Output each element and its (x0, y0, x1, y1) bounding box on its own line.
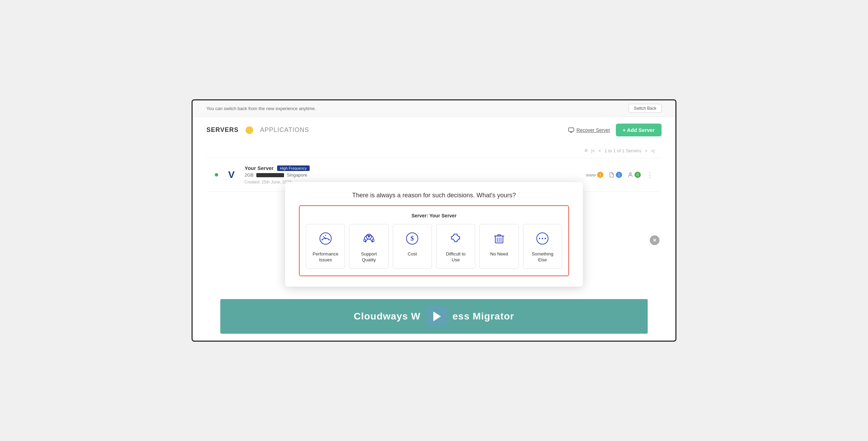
reason-noneed[interactable]: No Need (479, 224, 519, 269)
svg-point-1 (629, 173, 631, 174)
server-name: Your Server (245, 165, 274, 171)
header-actions: Recover Server + Add Server (568, 124, 662, 136)
svg-point-4 (325, 238, 326, 239)
last-page-icon[interactable]: >| (651, 148, 655, 153)
files-count: 1 (616, 172, 622, 178)
nav-applications[interactable]: APPLICATIONS (260, 126, 309, 134)
server-list-toolbar: ≡ |< < 1 to 1 of 1 Servers > >| (206, 143, 662, 158)
prev-page-icon[interactable]: < (599, 148, 601, 153)
outer-frame: You can switch back from the new experie… (192, 99, 676, 342)
nav-dot-icon (246, 126, 253, 134)
close-button[interactable]: ✕ (650, 235, 659, 245)
first-page-icon[interactable]: |< (591, 148, 595, 153)
reason-performance[interactable]: PerformanceIssues (306, 224, 345, 269)
users-count: 0 (635, 172, 641, 178)
www-label: www (586, 172, 596, 178)
high-freq-badge: High Frequency (277, 165, 310, 171)
noneed-label: No Need (490, 251, 508, 257)
server-vultr-icon: V (225, 169, 238, 181)
server-location: Singapore (287, 172, 307, 178)
server-status-dot (215, 173, 218, 177)
dollar-icon: $ (404, 230, 421, 247)
reason-difficult[interactable]: Difficult toUse (436, 224, 475, 269)
server-ram: 2GB (245, 172, 254, 178)
promo-text-left: Cloudways W (354, 311, 420, 322)
top-banner: You can switch back from the new experie… (193, 100, 675, 117)
server-info: Your Server High Frequency 2GB Singapore… (245, 165, 579, 184)
svg-rect-0 (569, 128, 574, 132)
files-icon (609, 172, 614, 178)
server-specs: 2GB Singapore (245, 172, 579, 178)
pagination-info: 1 to 1 of 1 Servers (604, 148, 641, 153)
difficult-label: Difficult toUse (446, 251, 466, 263)
recover-icon (568, 127, 574, 133)
speedometer-icon (317, 230, 334, 247)
switch-back-button[interactable]: Switch Back (629, 104, 662, 113)
promo-banner: Cloudways W ess Migrator (220, 299, 648, 334)
svg-point-20 (542, 238, 543, 239)
header-nav: SERVERS APPLICATIONS (206, 126, 309, 134)
reason-support[interactable]: SupportQuality (349, 224, 388, 269)
recover-server-button[interactable]: Recover Server (568, 127, 610, 133)
modal-server-box: Server: Your Server (299, 205, 569, 277)
modal-server-name: Server: Your Server (306, 213, 562, 218)
banner-text: You can switch back from the new experie… (206, 106, 316, 111)
reason-else[interactable]: SomethingElse (523, 224, 562, 269)
modal-question: There is always a reason for such decisi… (299, 192, 569, 199)
users-badge: 0 (628, 172, 641, 178)
support-label: SupportQuality (361, 251, 377, 263)
reason-cost[interactable]: $ Cost (393, 224, 432, 269)
filter-icon: ≡ (584, 147, 587, 154)
server-ip-redacted (256, 173, 284, 177)
svg-point-21 (545, 238, 546, 239)
performance-label: PerformanceIssues (312, 251, 338, 263)
www-badge: www 1 (586, 172, 603, 178)
promo-text-right: ess Migrator (452, 311, 514, 322)
play-triangle-icon (433, 312, 441, 321)
modal-popup: There is always a reason for such decisi… (285, 182, 583, 287)
www-count: 1 (597, 172, 603, 178)
svg-point-19 (539, 238, 540, 239)
add-server-button[interactable]: + Add Server (616, 124, 662, 136)
nav-servers[interactable]: SERVERS (206, 126, 239, 134)
svg-rect-11 (372, 239, 374, 241)
server-name-row: Your Server High Frequency (245, 165, 579, 171)
server-actions: www 1 1 0 ⋮ (586, 171, 653, 179)
promo-play-button[interactable] (426, 306, 447, 327)
svg-text:$: $ (411, 235, 414, 242)
recover-label: Recover Server (576, 127, 610, 133)
puzzle-icon (447, 230, 464, 247)
server-more-button[interactable]: ⋮ (646, 171, 653, 179)
files-badge: 1 (609, 172, 622, 178)
trash-icon (490, 230, 508, 247)
else-label: SomethingElse (532, 251, 553, 263)
users-icon (628, 172, 633, 178)
svg-rect-10 (364, 239, 365, 241)
header-bar: SERVERS APPLICATIONS Recover Server + Ad… (193, 117, 675, 143)
next-page-icon[interactable]: > (645, 148, 647, 153)
headset-icon (360, 230, 378, 247)
cost-label: Cost (408, 251, 417, 257)
dots-icon (534, 230, 551, 247)
reason-options: PerformanceIssues (306, 224, 562, 269)
